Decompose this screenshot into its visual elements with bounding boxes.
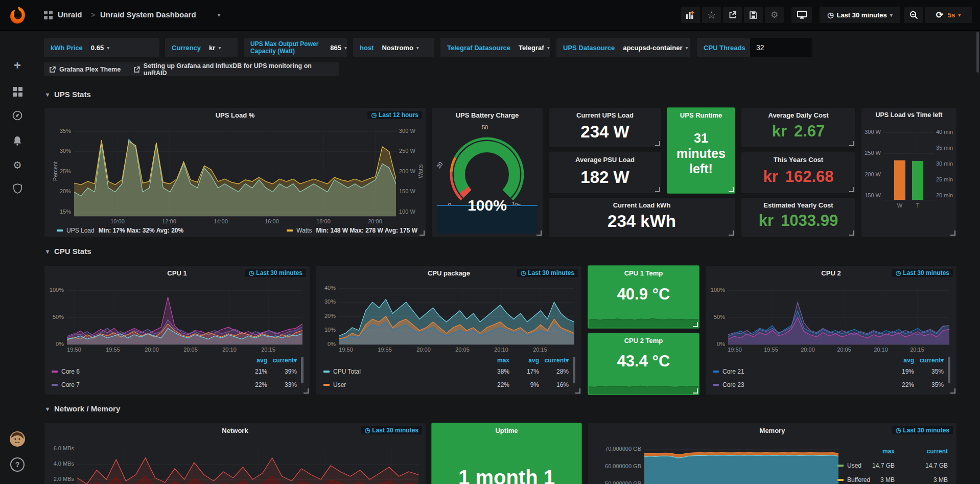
share-dashboard-button[interactable] xyxy=(723,7,742,23)
breadcrumb-page-title[interactable]: Unraid System Dashboard xyxy=(100,10,196,19)
save-dashboard-button[interactable] xyxy=(744,7,763,23)
panel-title[interactable]: Uptime xyxy=(432,427,581,434)
panel-resize-handle[interactable] xyxy=(729,187,734,192)
dashboard-title-caret-icon[interactable]: ▾ xyxy=(218,12,220,18)
sidebar-explore-button[interactable] xyxy=(9,107,26,124)
zoom-out-time-button[interactable] xyxy=(904,7,923,23)
plus-icon: + xyxy=(14,58,21,73)
cpu2-chart[interactable] xyxy=(728,285,949,344)
add-panel-button[interactable] xyxy=(681,7,700,23)
panel-title[interactable]: Current Load kWh xyxy=(549,201,735,209)
clock-icon: ◷ xyxy=(827,11,833,19)
legend-row[interactable]: Core 7 xyxy=(52,381,80,388)
sidebar-server-admin-button[interactable] xyxy=(9,180,26,197)
legend-watts[interactable]: Watts Min: 148 W Max: 278 W Avg: 175 W xyxy=(287,227,417,234)
panel-title[interactable]: CPU 2 Temp xyxy=(588,337,699,344)
y-tick: 70.000000 GB xyxy=(592,446,641,452)
panel-title[interactable]: UPS Load vs Time left xyxy=(861,111,956,119)
cpu-threads-input[interactable]: 32 xyxy=(750,38,812,57)
panel-title[interactable]: This Years Cost xyxy=(741,156,855,164)
user-avatar[interactable] xyxy=(9,431,26,447)
breadcrumb-app[interactable]: Unraid xyxy=(58,10,82,19)
variable-label: UPS Datasource xyxy=(556,44,615,52)
panel-resize-handle[interactable] xyxy=(729,231,734,236)
legend-row[interactable]: CPU Total xyxy=(323,368,361,375)
legend-row[interactable]: Core 23 xyxy=(713,381,744,388)
link-grafana-plex-theme[interactable]: Grafana Plex Theme xyxy=(44,62,136,76)
legend-row[interactable]: User xyxy=(323,381,346,388)
magnifier-minus-icon xyxy=(909,11,918,19)
panel-resize-handle[interactable] xyxy=(693,388,698,394)
panel-resize-handle[interactable] xyxy=(849,187,854,192)
grafana-logo[interactable] xyxy=(8,6,28,25)
ups-load-chart[interactable] xyxy=(74,127,396,216)
panel-title[interactable]: Estimated Yearly Cost xyxy=(741,201,855,209)
panel-title[interactable]: UPS Runtime xyxy=(667,111,735,119)
legend-scrollbar[interactable] xyxy=(948,357,950,383)
legend-header-max[interactable]: max xyxy=(480,357,509,364)
cpu1-chart[interactable] xyxy=(67,285,302,344)
panel-resize-handle[interactable] xyxy=(655,187,660,192)
sidebar-dashboards-button[interactable] xyxy=(9,83,26,100)
legend-value: 22% xyxy=(480,381,509,388)
legend-header-max[interactable]: max xyxy=(849,448,895,455)
network-chart[interactable] xyxy=(77,446,418,484)
x-tick: 20:05 xyxy=(837,347,851,353)
legend-header-current[interactable]: current xyxy=(902,448,948,455)
section-network-memory[interactable]: ▾ Network / Memory xyxy=(46,404,120,413)
refresh-picker[interactable]: ⟳ 5s ▾ xyxy=(925,7,972,23)
dashboard-settings-button[interactable]: ⚙ xyxy=(765,7,784,23)
panel-resize-handle[interactable] xyxy=(419,231,425,236)
stat-value: 234 kWh xyxy=(549,212,735,231)
time-range-picker[interactable]: ◷ Last 30 minutes ▾ xyxy=(820,7,900,23)
panel-title[interactable]: CPU 1 Temp xyxy=(588,269,699,277)
section-ups-stats[interactable]: ▾ UPS Stats xyxy=(46,90,91,99)
panel-title[interactable]: Current UPS Load xyxy=(549,111,661,119)
legend-scrollbar[interactable] xyxy=(573,357,575,383)
cycle-view-mode-button[interactable] xyxy=(791,7,812,23)
sidebar-configuration-button[interactable]: ⚙ xyxy=(9,157,26,173)
x-tick: 19:55 xyxy=(764,347,778,353)
legend-scrollbar[interactable] xyxy=(301,357,304,383)
variable-telegraf-datasource[interactable]: Telegraf Datasource Telegraf ▾ xyxy=(440,38,550,57)
link-ups-monitoring-guide[interactable]: Setting up Grafana and InfluxDB for UPS … xyxy=(128,62,339,76)
ups-load-time-bars[interactable] xyxy=(883,128,934,200)
panel-resize-handle[interactable] xyxy=(849,231,854,236)
y-tick: 50% xyxy=(46,314,64,320)
star-dashboard-button[interactable]: ☆ xyxy=(702,7,721,23)
variable-host[interactable]: host Nostromo ▾ xyxy=(353,38,434,57)
memory-chart[interactable] xyxy=(644,446,838,484)
legend-header-avg[interactable]: avg xyxy=(509,357,539,364)
legend-row[interactable]: Core 6 xyxy=(52,368,80,375)
panel-resize-handle[interactable] xyxy=(536,231,542,236)
section-title: CPU Stats xyxy=(54,247,91,256)
legend-header-current[interactable]: current▾ xyxy=(539,357,569,364)
page-scrollbar[interactable] xyxy=(976,32,979,73)
legend-header-avg[interactable]: avg xyxy=(884,357,914,364)
sidebar-create-button[interactable]: + xyxy=(9,57,26,74)
legend-header-avg[interactable]: avg xyxy=(238,357,267,364)
variable-ups-datasource[interactable]: UPS Datasource apcupsd-container ▾ xyxy=(556,38,690,57)
panel-resize-handle[interactable] xyxy=(849,141,854,146)
variable-currency[interactable]: Currency kr ▾ xyxy=(165,38,238,57)
panel-title[interactable]: UPS Battery Charge xyxy=(432,111,543,119)
panel-resize-handle[interactable] xyxy=(950,231,955,236)
apps-grid-icon[interactable] xyxy=(44,11,53,21)
help-button[interactable]: ? xyxy=(9,456,26,473)
section-cpu-stats[interactable]: ▾ CPU Stats xyxy=(46,247,91,256)
cpu-package-chart[interactable] xyxy=(339,285,574,344)
panel-resize-handle[interactable] xyxy=(950,388,955,394)
variable-kwh-price[interactable]: kWh Price 0.65 ▾ xyxy=(44,38,159,57)
legend-ups-load[interactable]: UPS Load Min: 17% Max: 32% Avg: 20% xyxy=(57,227,183,234)
legend-header-current[interactable]: current▾ xyxy=(267,357,297,364)
panel-title[interactable]: Average PSU Load xyxy=(549,156,661,164)
panel-resize-handle[interactable] xyxy=(655,141,660,146)
legend-header-current[interactable]: current▾ xyxy=(914,357,944,364)
variable-ups-max-output[interactable]: UPS Max Output Power Capacity (Watt) 865… xyxy=(244,38,347,57)
panel-resize-handle[interactable] xyxy=(575,388,580,394)
panel-resize-handle[interactable] xyxy=(304,388,309,394)
legend-row[interactable]: Core 21 xyxy=(713,368,744,375)
panel-resize-handle[interactable] xyxy=(693,322,698,327)
panel-title[interactable]: Average Daily Cost xyxy=(741,111,855,119)
sidebar-alerting-button[interactable] xyxy=(9,132,26,149)
